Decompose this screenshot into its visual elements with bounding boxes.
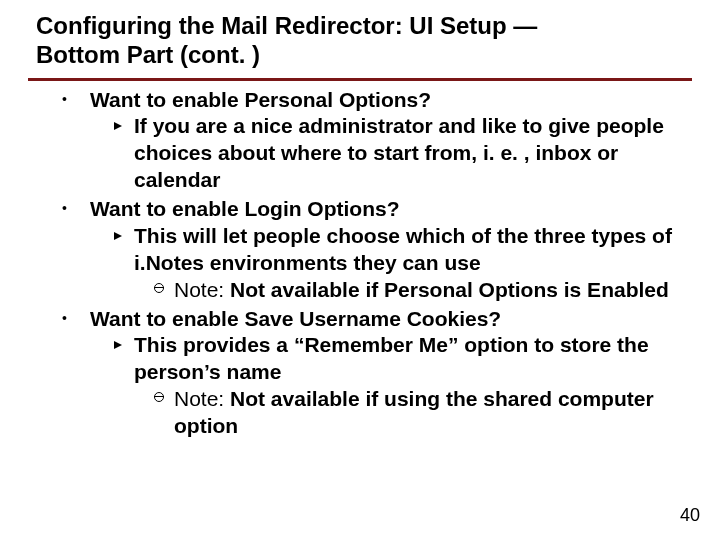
page-number: 40	[680, 505, 700, 526]
slide-title: Configuring the Mail Redirector: UI Setu…	[28, 12, 692, 76]
note-item: Note: Not available if Personal Options …	[152, 277, 692, 304]
note-label: Note:	[174, 278, 230, 301]
note-body: Not available if using the shared comput…	[174, 387, 654, 437]
sub-item: If you are a nice administrator and like…	[110, 113, 692, 194]
bullet-list: Want to enable Personal Options? If you …	[28, 87, 692, 440]
sub-text: This will let people choose which of the…	[134, 224, 672, 274]
slide: Configuring the Mail Redirector: UI Setu…	[0, 0, 720, 540]
sub-list: If you are a nice administrator and like…	[90, 113, 692, 194]
sub-text: If you are a nice administrator and like…	[134, 114, 664, 191]
bullet-item: Want to enable Login Options? This will …	[62, 196, 692, 304]
note-body: Not available if Personal Options is Ena…	[230, 278, 669, 301]
bullet-head: Want to enable Login Options?	[90, 196, 692, 223]
sub-list: This provides a “Remember Me” option to …	[90, 332, 692, 440]
bullet-head: Want to enable Save Username Cookies?	[90, 306, 692, 333]
note-list: Note: Not available if using the shared …	[134, 386, 692, 440]
note-item: Note: Not available if using the shared …	[152, 386, 692, 440]
sub-item: This will let people choose which of the…	[110, 223, 692, 304]
title-line-2: Bottom Part (cont. )	[36, 41, 260, 68]
title-rule	[28, 78, 692, 81]
note-label: Note:	[174, 387, 230, 410]
sub-list: This will let people choose which of the…	[90, 223, 692, 304]
title-line-1: Configuring the Mail Redirector: UI Setu…	[36, 12, 537, 39]
bullet-item: Want to enable Personal Options? If you …	[62, 87, 692, 195]
note-list: Note: Not available if Personal Options …	[134, 277, 692, 304]
bullet-head: Want to enable Personal Options?	[90, 87, 692, 114]
bullet-item: Want to enable Save Username Cookies? Th…	[62, 306, 692, 440]
sub-item: This provides a “Remember Me” option to …	[110, 332, 692, 440]
sub-text: This provides a “Remember Me” option to …	[134, 333, 649, 383]
